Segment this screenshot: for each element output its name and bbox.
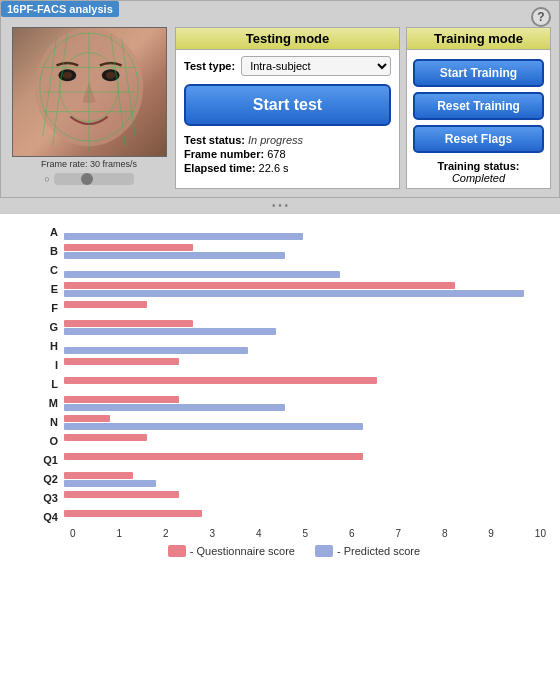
row-label: Q3 [36, 492, 64, 504]
dual-bar [64, 453, 552, 468]
chart-row: N [36, 414, 552, 430]
chart-row: E [36, 281, 552, 297]
help-button[interactable]: ? [531, 7, 551, 27]
questionnaire-bar [64, 453, 363, 460]
x-axis-tick: 1 [116, 528, 122, 539]
row-label: Q2 [36, 473, 64, 485]
chart-row: F [36, 300, 552, 316]
testing-mode-title: Testing mode [176, 28, 399, 50]
test-status-row: Test status: In progress [184, 134, 391, 146]
dual-bar [64, 510, 552, 525]
questionnaire-bar [64, 320, 193, 327]
row-label: C [36, 264, 64, 276]
questionnaire-bar [64, 282, 455, 289]
questionnaire-bar [64, 491, 179, 498]
chart-legend: - Questionnaire score - Predicted score [36, 545, 552, 557]
questionnaire-bar [64, 377, 377, 384]
test-type-select[interactable]: Intra-subject [241, 56, 391, 76]
face-overlay [13, 28, 166, 156]
testing-panel: Testing mode Test type: Intra-subject St… [175, 27, 400, 189]
dual-bar [64, 434, 552, 449]
elapsed-time-row: Elapsed time: 22.6 s [184, 162, 391, 174]
chart-row: G [36, 319, 552, 335]
test-type-row: Test type: Intra-subject [184, 56, 391, 76]
predicted-legend-label: - Predicted score [337, 545, 420, 557]
frame-rate-label: Frame rate: 30 frames/s [41, 159, 137, 169]
predicted-bar [64, 252, 285, 259]
dual-bar [64, 396, 552, 411]
training-status-row: Training status: Completed [413, 160, 544, 184]
training-mode-title: Training mode [407, 28, 550, 50]
row-label: I [36, 359, 64, 371]
training-panel: Training mode Start Training Reset Train… [406, 27, 551, 189]
predicted-bar [64, 233, 303, 240]
training-status-value: Completed [452, 172, 505, 184]
chart-row: A [36, 224, 552, 240]
row-label: H [36, 340, 64, 352]
chart-rows: ABCEFGHILMNOQ1Q2Q3Q4 [36, 224, 552, 525]
predicted-bar [64, 328, 276, 335]
webcam-area: Frame rate: 30 frames/s ○ [9, 27, 169, 189]
x-axis-tick: 10 [535, 528, 546, 539]
frame-number-row: Frame number: 678 [184, 148, 391, 160]
legend-questionnaire: - Questionnaire score [168, 545, 295, 557]
svg-point-4 [105, 72, 115, 79]
chart-row: B [36, 243, 552, 259]
elapsed-time-label: Elapsed time: [184, 162, 256, 174]
volume-min-icon: ○ [44, 174, 49, 184]
svg-point-2 [62, 72, 72, 79]
dual-bar [64, 358, 552, 373]
x-axis-tick: 9 [488, 528, 494, 539]
test-type-label: Test type: [184, 60, 235, 72]
divider: • • • [0, 198, 560, 213]
row-label: O [36, 435, 64, 447]
chart-row: H [36, 338, 552, 354]
chart-row: L [36, 376, 552, 392]
row-label: B [36, 245, 64, 257]
x-axis-tick: 3 [209, 528, 215, 539]
row-label: A [36, 226, 64, 238]
x-axis-tick: 2 [163, 528, 169, 539]
dual-bar [64, 472, 552, 487]
dual-bar [64, 244, 552, 259]
questionnaire-bar [64, 244, 193, 251]
predicted-swatch [315, 545, 333, 557]
dual-bar [64, 225, 552, 240]
start-test-button[interactable]: Start test [184, 84, 391, 126]
dual-bar [64, 339, 552, 354]
legend-predicted: - Predicted score [315, 545, 420, 557]
x-axis-tick: 5 [302, 528, 308, 539]
reset-training-button[interactable]: Reset Training [413, 92, 544, 120]
row-label: M [36, 397, 64, 409]
dual-bar [64, 301, 552, 316]
predicted-bar [64, 347, 248, 354]
chart-row: M [36, 395, 552, 411]
questionnaire-legend-label: - Questionnaire score [190, 545, 295, 557]
predicted-bar [64, 290, 524, 297]
start-training-button[interactable]: Start Training [413, 59, 544, 87]
predicted-bar [64, 480, 156, 487]
row-label: L [36, 378, 64, 390]
chart-area: ABCEFGHILMNOQ1Q2Q3Q4 012345678910 - Ques… [0, 213, 560, 565]
dual-bar [64, 320, 552, 335]
dual-bar [64, 282, 552, 297]
chart-row: Q3 [36, 490, 552, 506]
playback-slider[interactable] [54, 173, 134, 185]
elapsed-time-value: 22.6 s [259, 162, 289, 174]
x-axis-tick: 6 [349, 528, 355, 539]
questionnaire-swatch [168, 545, 186, 557]
questionnaire-bar [64, 434, 147, 441]
predicted-bar [64, 423, 363, 430]
x-axis-tick: 0 [70, 528, 76, 539]
questionnaire-bar [64, 510, 202, 517]
chart-row: Q1 [36, 452, 552, 468]
questionnaire-bar [64, 301, 147, 308]
dual-bar [64, 415, 552, 430]
webcam-image [12, 27, 167, 157]
slider-row: ○ [44, 173, 133, 185]
reset-flags-button[interactable]: Reset Flags [413, 125, 544, 153]
chart-row: Q4 [36, 509, 552, 525]
predicted-bar [64, 404, 285, 411]
questionnaire-bar [64, 472, 133, 479]
app-title: 16PF-FACS analysis [1, 1, 119, 17]
